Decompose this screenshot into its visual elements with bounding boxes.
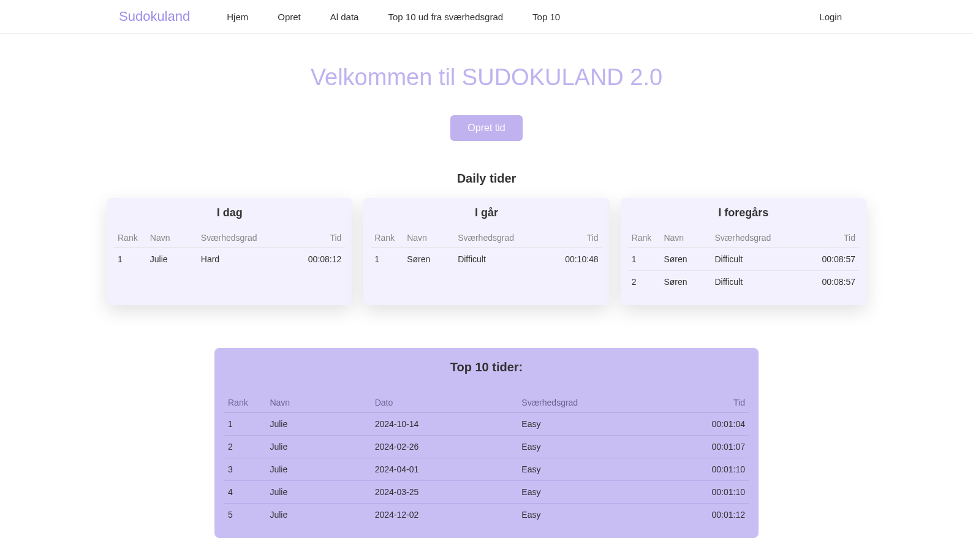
- col-name: Navn: [266, 393, 371, 413]
- card-title: I foregårs: [628, 206, 859, 219]
- col-rank: Rank: [224, 393, 266, 413]
- table-row: 1JulieHard00:08:12: [114, 248, 345, 271]
- table-row: 2SørenDifficult00:08:57: [628, 271, 859, 293]
- cell-rank: 1: [114, 248, 146, 271]
- daily-table: RankNavnSværhedsgradTid1JulieHard00:08:1…: [114, 228, 345, 270]
- cell-difficulty: Easy: [518, 458, 665, 481]
- table-row: 3Julie2024-04-01Easy00:01:10: [224, 458, 749, 481]
- col-name: Navn: [146, 228, 197, 248]
- cell-difficulty: Hard: [197, 248, 290, 271]
- col-name: Navn: [660, 228, 711, 248]
- nav-link-top10[interactable]: Top 10: [532, 12, 560, 22]
- cell-name: Julie: [266, 458, 371, 481]
- col-rank: Rank: [628, 228, 661, 248]
- cell-rank: 1: [371, 248, 403, 271]
- cell-date: 2024-03-25: [371, 481, 518, 504]
- cell-difficulty: Difficult: [711, 248, 803, 271]
- cell-time: 00:10:48: [547, 248, 602, 271]
- cell-name: Søren: [660, 248, 711, 271]
- cell-date: 2024-02-26: [371, 436, 518, 458]
- col-time: Tid: [803, 228, 859, 248]
- col-rank: Rank: [371, 228, 403, 248]
- cell-name: Søren: [403, 248, 454, 271]
- cell-rank: 3: [224, 458, 266, 481]
- cell-date: 2024-10-14: [371, 413, 518, 436]
- cell-name: Julie: [266, 413, 371, 436]
- table-row: 1Julie2024-10-14Easy00:01:04: [224, 413, 749, 436]
- brand-logo[interactable]: Sudokuland: [119, 9, 190, 25]
- cell-date: 2024-12-02: [371, 504, 518, 526]
- hero: Velkommen til SUDOKULAND 2.0: [0, 34, 973, 115]
- cell-difficulty: Difficult: [454, 248, 547, 271]
- cell-time: 00:01:04: [665, 413, 749, 436]
- daily-table: RankNavnSværhedsgradTid1SørenDifficult00…: [628, 228, 859, 293]
- nav-link-aldata[interactable]: Al data: [330, 12, 359, 22]
- nav-links: Hjem Opret Al data Top 10 ud fra sværhed…: [227, 12, 819, 22]
- daily-table: RankNavnSværhedsgradTid1SørenDifficult00…: [371, 228, 602, 270]
- cell-name: Julie: [266, 481, 371, 504]
- col-date: Dato: [371, 393, 518, 413]
- top10-card: Top 10 tider: Rank Navn Dato Sværhedsgra…: [214, 348, 759, 538]
- col-time: Tid: [547, 228, 602, 248]
- daily-cards: I dagRankNavnSværhedsgradTid1JulieHard00…: [107, 198, 866, 305]
- nav-link-opret[interactable]: Opret: [278, 12, 301, 22]
- cell-rank: 2: [224, 436, 266, 458]
- top10-table: Rank Navn Dato Sværhedsgrad Tid 1Julie20…: [224, 393, 749, 526]
- cell-rank: 1: [628, 248, 661, 271]
- cell-difficulty: Difficult: [711, 271, 803, 293]
- nav-link-login[interactable]: Login: [819, 12, 854, 22]
- cell-name: Julie: [146, 248, 197, 271]
- page-title: Velkommen til SUDOKULAND 2.0: [0, 64, 973, 91]
- cell-difficulty: Easy: [518, 504, 665, 526]
- navbar: Sudokuland Hjem Opret Al data Top 10 ud …: [0, 0, 973, 34]
- nav-link-hjem[interactable]: Hjem: [227, 12, 248, 22]
- table-row: 1SørenDifficult00:08:57: [628, 248, 859, 271]
- table-row: 5Julie2024-12-02Easy00:01:12: [224, 504, 749, 526]
- create-time-button[interactable]: Opret tid: [450, 115, 522, 141]
- cell-rank: 1: [224, 413, 266, 436]
- col-difficulty: Sværhedsgrad: [518, 393, 665, 413]
- col-name: Navn: [403, 228, 454, 248]
- daily-card: I dagRankNavnSværhedsgradTid1JulieHard00…: [107, 198, 352, 305]
- col-rank: Rank: [114, 228, 146, 248]
- cell-time: 00:01:10: [665, 458, 749, 481]
- cell-name: Julie: [266, 436, 371, 458]
- col-difficulty: Sværhedsgrad: [454, 228, 547, 248]
- table-row: 2Julie2024-02-26Easy00:01:07: [224, 436, 749, 458]
- cell-time: 00:01:10: [665, 481, 749, 504]
- cell-time: 00:08:57: [803, 271, 859, 293]
- cell-difficulty: Easy: [518, 481, 665, 504]
- col-time: Tid: [665, 393, 749, 413]
- col-difficulty: Sværhedsgrad: [711, 228, 803, 248]
- col-time: Tid: [290, 228, 346, 248]
- col-difficulty: Sværhedsgrad: [197, 228, 290, 248]
- card-title: I går: [371, 206, 602, 219]
- daily-card: I foregårsRankNavnSværhedsgradTid1SørenD…: [621, 198, 866, 305]
- top10-body: 1Julie2024-10-14Easy00:01:042Julie2024-0…: [224, 413, 749, 526]
- cell-date: 2024-04-01: [371, 458, 518, 481]
- cell-difficulty: Easy: [518, 436, 665, 458]
- cell-time: 00:08:12: [290, 248, 346, 271]
- cell-rank: 2: [628, 271, 661, 293]
- daily-card: I gårRankNavnSværhedsgradTid1SørenDiffic…: [363, 198, 609, 305]
- table-row: 4Julie2024-03-25Easy00:01:10: [224, 481, 749, 504]
- nav-link-top10-difficulty[interactable]: Top 10 ud fra sværhedsgrad: [388, 12, 503, 22]
- cell-rank: 5: [224, 504, 266, 526]
- cell-difficulty: Easy: [518, 413, 665, 436]
- cell-time: 00:08:57: [803, 248, 859, 271]
- daily-heading: Daily tider: [0, 172, 973, 186]
- cell-name: Søren: [660, 271, 711, 293]
- cell-time: 00:01:12: [665, 504, 749, 526]
- cell-time: 00:01:07: [665, 436, 749, 458]
- cell-name: Julie: [266, 504, 371, 526]
- table-row: 1SørenDifficult00:10:48: [371, 248, 602, 271]
- cell-rank: 4: [224, 481, 266, 504]
- card-title: I dag: [114, 206, 345, 219]
- top10-heading: Top 10 tider:: [224, 360, 749, 374]
